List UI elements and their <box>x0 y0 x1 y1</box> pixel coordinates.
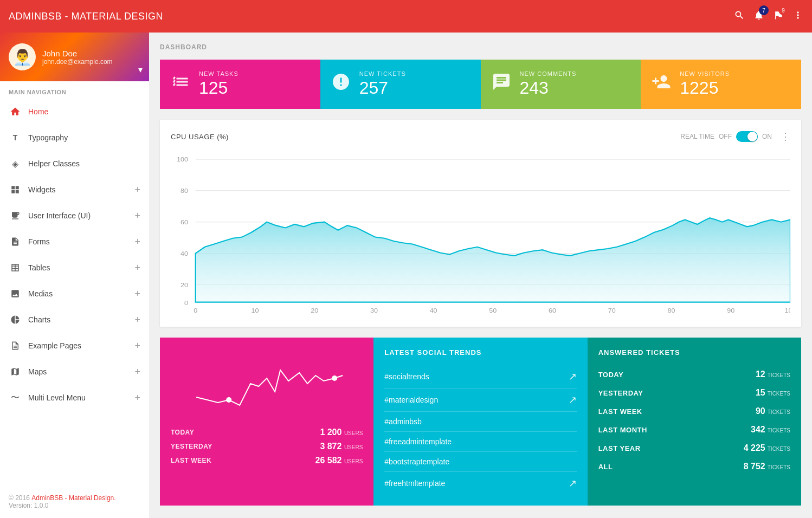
svg-text:10: 10 <box>251 307 259 314</box>
stat-cards-row: NEW TASKS 125 NEW TICKETS 257 NEW COMMEN… <box>160 60 801 109</box>
sidebar-item-charts[interactable]: Charts+ <box>0 307 149 333</box>
svg-text:40: 40 <box>430 307 437 314</box>
users-stats: TODAY 1 200 USERS YESTERDAY 3 872 USERS … <box>171 428 363 465</box>
sidebar-item-example-pages[interactable]: Example Pages+ <box>0 333 149 359</box>
cpu-chart-svg: 100 80 60 40 20 0 0 10 20 <box>171 151 790 314</box>
svg-text:30: 30 <box>370 307 378 314</box>
user-stat-label: TODAY <box>171 429 194 436</box>
cpu-chart-svg-container: 100 80 60 40 20 0 0 10 20 <box>171 151 790 316</box>
user-name: John Doe <box>42 49 140 58</box>
social-trend-item: #materialdesign ↗ <box>384 388 576 412</box>
ticket-period: LAST WEEK <box>598 407 642 416</box>
chart-menu-button[interactable]: ⋮ <box>781 131 790 143</box>
answered-tickets-card: ANSWERED TICKETS TODAY 12 TICKETS YESTER… <box>588 338 801 506</box>
header-icons: 7 9 <box>734 10 803 23</box>
social-tag: #materialdesign <box>384 396 438 404</box>
sidebar-item-typography[interactable]: TTypography <box>0 125 149 151</box>
ticket-count-area: 15 TICKETS <box>756 388 790 398</box>
sidebar-item-maps[interactable]: Maps+ <box>0 359 149 385</box>
user-stat-value: 3 872 USERS <box>320 442 363 451</box>
new-tasks-info: NEW TASKS 125 <box>199 70 239 98</box>
svg-text:60: 60 <box>181 218 188 226</box>
search-button[interactable] <box>734 10 745 23</box>
social-tag: #freehtmltemplate <box>384 479 445 488</box>
svg-text:0: 0 <box>194 307 197 314</box>
realtime-label: REAL TIME <box>680 133 714 140</box>
nav-expand-icon[interactable]: + <box>134 366 140 378</box>
ticket-count: 4 225 <box>744 443 765 453</box>
sidebar-item-tables[interactable]: Tables+ <box>0 255 149 281</box>
flags-button[interactable]: 9 <box>773 10 784 23</box>
multi-level-icon: 〜 <box>9 391 22 404</box>
realtime-toggle[interactable] <box>736 131 758 142</box>
more-menu-button[interactable] <box>792 10 803 23</box>
user-info: John Doe john.doe@example.com <box>42 49 140 66</box>
sidebar-item-medias[interactable]: Medias+ <box>0 281 149 307</box>
nav-item-label: Medias <box>28 289 134 298</box>
stat-card-new-tasks: NEW TASKS 125 <box>160 60 320 109</box>
sparkline-chart <box>171 348 363 419</box>
typography-icon: T <box>9 131 22 144</box>
new-tasks-icon <box>171 72 190 96</box>
app-title: ADMINBSB - MATERIAL DESIGN <box>9 11 163 22</box>
main-layout: 👨‍💼 John Doe john.doe@example.com ▾ MAIN… <box>0 33 812 518</box>
nav-expand-icon[interactable]: + <box>134 262 140 274</box>
sidebar-footer: © 2016 AdminBSB - Material Design. Versi… <box>0 485 149 518</box>
ticket-row: YESTERDAY 15 TICKETS <box>598 384 790 402</box>
nav-expand-icon[interactable]: + <box>134 340 140 352</box>
svg-text:20: 20 <box>311 307 318 314</box>
svg-point-24 <box>332 375 337 381</box>
new-visitors-icon <box>652 72 671 96</box>
nav-item-label: Example Pages <box>28 341 134 350</box>
new-tasks-label: NEW TASKS <box>199 70 239 77</box>
nav-item-label: Maps <box>28 367 134 376</box>
social-trend-item: #bootstraptemplate <box>384 452 576 472</box>
trend-icon: ↗ <box>569 371 577 383</box>
tickets-title: ANSWERED TICKETS <box>598 348 790 357</box>
ticket-count: 342 <box>751 425 765 435</box>
nav-expand-icon[interactable]: + <box>134 288 140 300</box>
svg-text:90: 90 <box>727 307 734 314</box>
user-stat-value: 1 200 USERS <box>320 428 363 437</box>
notifications-badge: 7 <box>759 5 769 15</box>
ticket-count-area: 12 TICKETS <box>756 370 790 379</box>
new-visitors-label: NEW VISITORS <box>680 70 730 77</box>
nav-expand-icon[interactable]: + <box>134 210 140 222</box>
new-comments-info: NEW COMMENTS 243 <box>520 70 577 98</box>
new-tickets-icon <box>331 72 351 96</box>
maps-icon <box>9 365 22 378</box>
new-comments-value: 243 <box>520 78 577 98</box>
chevron-down-icon[interactable]: ▾ <box>138 64 143 75</box>
sparkline-svg <box>171 348 363 419</box>
sidebar-item-home[interactable]: Home <box>0 99 149 125</box>
widgets-icon <box>9 183 22 196</box>
ticket-unit: TICKETS <box>768 428 790 433</box>
social-trend-item: #freehtmltemplate ↗ <box>384 472 576 495</box>
sidebar-item-helper-classes[interactable]: ◈Helper Classes <box>0 151 149 177</box>
social-trend-item: #adminbsb <box>384 412 576 432</box>
home-icon <box>9 105 22 118</box>
svg-text:80: 80 <box>181 187 188 195</box>
avatar: 👨‍💼 <box>9 43 36 70</box>
nav-expand-icon[interactable]: + <box>134 184 140 196</box>
flags-badge: 9 <box>778 5 788 15</box>
social-tag: #adminbsb <box>384 417 422 426</box>
footer-brand-link[interactable]: AdminBSB - Material Design. <box>31 494 115 502</box>
nav-expand-icon[interactable]: + <box>134 392 140 404</box>
notifications-button[interactable]: 7 <box>753 10 764 23</box>
ticket-period: LAST MONTH <box>598 426 647 434</box>
sidebar-item-forms[interactable]: Forms+ <box>0 229 149 255</box>
helper-classes-icon: ◈ <box>9 157 22 170</box>
chart-controls: REAL TIME OFF ON ⋮ <box>680 131 790 143</box>
svg-text:70: 70 <box>608 307 616 314</box>
sidebar-item-widgets[interactable]: Widgets+ <box>0 177 149 203</box>
nav-section-label: MAIN NAVIGATION <box>0 81 149 99</box>
sidebar-item-multi-level[interactable]: 〜Multi Level Menu+ <box>0 385 149 411</box>
sidebar: 👨‍💼 John Doe john.doe@example.com ▾ MAIN… <box>0 33 149 518</box>
nav-expand-icon[interactable]: + <box>134 236 140 248</box>
nav-item-label: Widgets <box>28 185 134 194</box>
user-stat-row: LAST WEEK 26 582 USERS <box>171 456 363 465</box>
nav-expand-icon[interactable]: + <box>134 314 140 326</box>
sidebar-item-user-interface[interactable]: User Interface (UI)+ <box>0 203 149 229</box>
social-trend-item: #freeadmintemplate <box>384 432 576 452</box>
